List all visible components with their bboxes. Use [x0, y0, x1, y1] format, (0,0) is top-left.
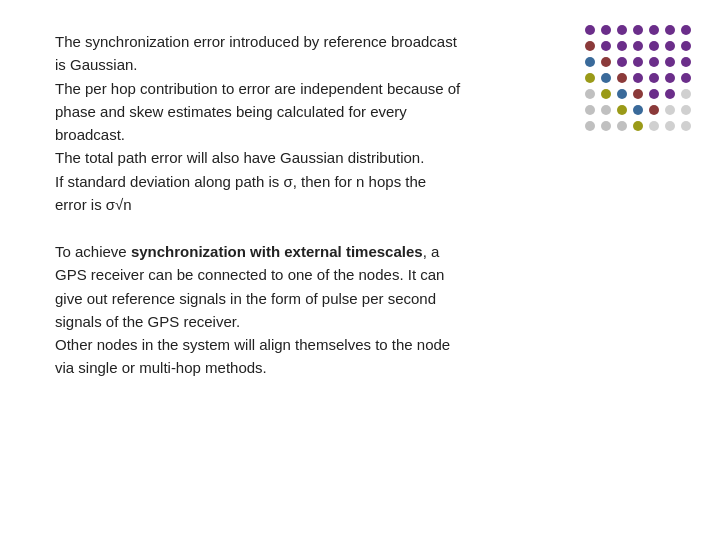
- p2-line1-suffix: , a: [423, 243, 440, 260]
- p2-line6: via single or multi-hop methods.: [55, 359, 267, 376]
- p2-line3: give out reference signals in the form o…: [55, 290, 436, 307]
- paragraph-1: The synchronization error introduced by …: [55, 30, 520, 216]
- p1-line8: error is σ√n: [55, 196, 132, 213]
- p1-line5: broadcast.: [55, 126, 125, 143]
- p2-line4: signals of the GPS receiver.: [55, 313, 240, 330]
- p1-line4: phase and skew estimates being calculate…: [55, 103, 407, 120]
- p1-line6: The total path error will also have Gaus…: [55, 149, 424, 166]
- p1-line3: The per hop contribution to error are in…: [55, 80, 460, 97]
- p1-line1: The synchronization error introduced by …: [55, 33, 457, 50]
- p2-line1-bold: synchronization with external timescales: [131, 243, 423, 260]
- p1-line2: is Gaussian.: [55, 56, 138, 73]
- p2-line2: GPS receiver can be connected to one of …: [55, 266, 444, 283]
- p2-line5: Other nodes in the system will align the…: [55, 336, 450, 353]
- p1-line7: If standard deviation along path is σ, t…: [55, 173, 426, 190]
- paragraph-2: To achieve synchronization with external…: [55, 240, 520, 380]
- dot-grid-decoration: [580, 20, 700, 140]
- p2-line1-prefix: To achieve: [55, 243, 131, 260]
- main-content: The synchronization error introduced by …: [55, 30, 520, 510]
